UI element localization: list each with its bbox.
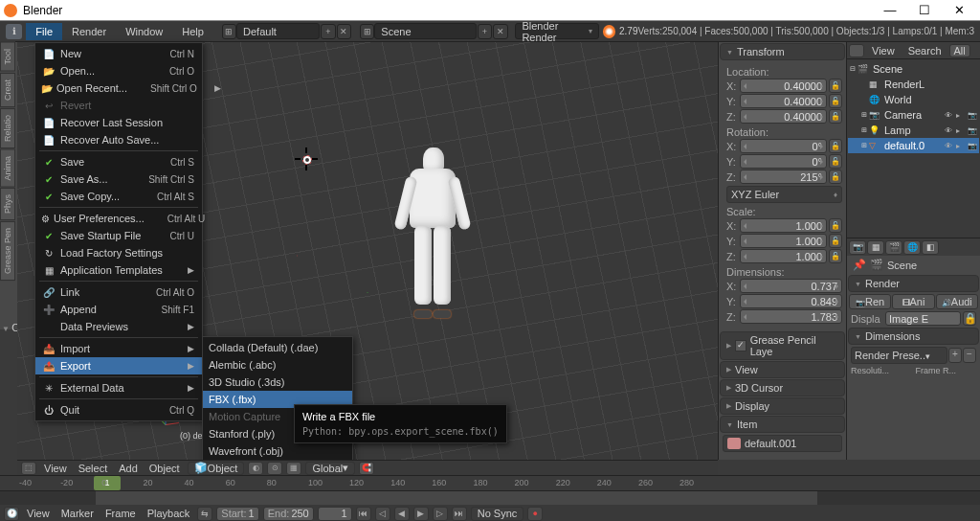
value-field[interactable]: 0.737 (740, 279, 842, 293)
timeline-track[interactable] (0, 491, 980, 505)
file-menu-item[interactable]: 🔗LinkCtrl Alt O (35, 283, 202, 301)
rotation-mode-select[interactable]: XYZ Euler♦ (726, 186, 842, 203)
item-name-field[interactable]: default.001 (723, 435, 842, 452)
tl-menu-view[interactable]: View (23, 508, 54, 519)
menu-file[interactable]: File (26, 23, 62, 40)
file-menu-item[interactable]: ↻Load Factory Settings (35, 244, 202, 261)
value-field[interactable]: 0.40000 (740, 94, 827, 108)
preset-add-icon[interactable]: + (948, 348, 962, 363)
restrict-icon[interactable]: ▸ (956, 126, 968, 135)
render-preset-select[interactable]: Render Prese..▾ (851, 347, 947, 364)
layout-del-icon[interactable]: ✕ (337, 24, 351, 39)
pin-icon[interactable]: 📌 (853, 259, 866, 271)
restrict-icon[interactable]: ▸ (956, 111, 968, 120)
toolshelf-tab[interactable]: Relatio (0, 108, 15, 148)
layers-icon[interactable]: ▦ (286, 462, 301, 475)
export-menu-item[interactable]: Collada (Default) (.dae) (203, 339, 352, 356)
value-field[interactable]: 1.000 (740, 249, 827, 263)
3d-cursor-panel-header[interactable]: 3D Cursor (720, 379, 845, 396)
outliner-editor-icon[interactable] (849, 44, 864, 57)
tl-menu-playback[interactable]: Playback (144, 508, 194, 519)
restrict-icon[interactable]: 👁 (945, 111, 956, 120)
dimensions-panel-header[interactable]: Dimensions (848, 328, 979, 345)
toolshelf-tab[interactable]: Grease Pen (0, 221, 15, 281)
layout-add-icon[interactable]: + (321, 24, 335, 39)
lock-icon[interactable]: 🔓 (829, 234, 842, 248)
snap-icon[interactable]: 🧲 (359, 462, 374, 475)
mesh-character[interactable] (400, 146, 465, 318)
restrict-icon[interactable]: 👁 (945, 142, 956, 150)
value-field[interactable]: 0.40000 (740, 109, 827, 124)
lock-icon[interactable]: 🔓 (829, 94, 842, 108)
menu-help[interactable]: Help (172, 23, 213, 40)
vp-menu-add[interactable]: Add (115, 463, 142, 474)
value-field[interactable]: 1.000 (740, 234, 827, 248)
toolshelf-tab[interactable]: Tool (0, 42, 15, 72)
autokey-icon[interactable]: ● (527, 507, 543, 521)
display-mode-select[interactable]: Image E (885, 311, 961, 326)
restrict-icon[interactable]: 📷 (968, 126, 979, 135)
tl-menu-marker[interactable]: Marker (57, 508, 98, 519)
restrict-icon[interactable]: ▸ (956, 142, 968, 150)
scene-field[interactable]: Scene (374, 23, 476, 39)
lock-icon[interactable]: 🔓 (829, 170, 842, 184)
lock-icon[interactable]: 🔓 (829, 249, 842, 263)
file-menu-item[interactable]: ✔Save Copy...Ctrl Alt S (35, 188, 202, 205)
minimize-button[interactable]: — (873, 1, 907, 20)
menu-render[interactable]: Render (62, 23, 116, 40)
file-menu-item[interactable]: 📥Import▶ (35, 340, 202, 357)
outliner-node[interactable]: 🌐World (848, 92, 979, 107)
file-menu-item[interactable]: ✔Save As...Shift Ctrl S (35, 170, 202, 188)
vp-menu-view[interactable]: View (40, 463, 71, 474)
export-menu-item[interactable]: Wavefront (.obj) (203, 442, 352, 460)
toolshelf-tab[interactable]: Creat (0, 73, 15, 107)
animation-button[interactable]: 🎞Ani (892, 294, 934, 309)
export-menu-item[interactable]: 3D Studio (.3ds) (203, 374, 352, 391)
mode-select[interactable]: 🧊 Object (188, 462, 245, 475)
item-panel-header[interactable]: Item (720, 416, 845, 433)
sync-mode-select[interactable]: No Sync (471, 507, 524, 521)
render-button[interactable]: 📷Ren (849, 294, 891, 309)
value-field[interactable]: 0.849 (740, 294, 842, 308)
jump-start-icon[interactable]: ⏮ (356, 507, 371, 521)
tab-render-icon[interactable]: 📷 (849, 240, 866, 255)
menu-window[interactable]: Window (116, 23, 172, 40)
range-icon[interactable]: ⇆ (197, 507, 212, 521)
file-menu-item[interactable]: ⚙User Preferences...Ctrl Alt U (35, 210, 202, 227)
editor-type-icon[interactable]: ℹ (6, 24, 22, 39)
file-menu-item[interactable]: 📄NewCtrl N (35, 45, 202, 62)
view-panel-header[interactable]: View (720, 361, 845, 378)
outliner-node[interactable]: ⊞💡Lamp👁▸📷 (848, 123, 979, 138)
orientation-select[interactable]: Global ▾ (305, 462, 355, 475)
current-frame-indicator[interactable]: 1 (94, 476, 121, 490)
lock-icon[interactable]: 🔓 (829, 139, 842, 153)
value-field[interactable]: 0° (740, 154, 827, 169)
view3d-editor-icon[interactable]: ⬚ (21, 462, 36, 475)
timeline-ruler[interactable]: 1 -40-2002040608010012014016018020022024… (0, 476, 980, 491)
grease-pencil-checkbox[interactable] (735, 340, 746, 351)
value-field[interactable]: 1.000 (740, 218, 827, 233)
file-menu-item[interactable]: 📂Open...Ctrl O (35, 62, 202, 79)
keyframe-next-icon[interactable]: ▷ (433, 507, 448, 521)
file-menu-item[interactable]: 📄Recover Last Session (35, 114, 202, 131)
play-reverse-icon[interactable]: ◀ (394, 507, 410, 521)
file-menu-item[interactable]: ⏻QuitCtrl Q (35, 401, 202, 419)
preset-remove-icon[interactable]: − (963, 348, 976, 363)
keyframe-prev-icon[interactable]: ◁ (375, 507, 390, 521)
maximize-button[interactable]: ☐ (907, 1, 942, 20)
tab-world-icon[interactable]: 🌐 (903, 240, 921, 255)
end-frame-field[interactable]: End:250 (263, 507, 314, 521)
layout-browse-icon[interactable]: ⊞ (222, 24, 236, 39)
restrict-icon[interactable]: 📷 (968, 111, 979, 120)
outliner-node[interactable]: ⊞📷Camera👁▸📷 (848, 107, 979, 123)
file-menu-item[interactable]: ✔Save Startup FileCtrl U (35, 227, 202, 244)
file-menu-item[interactable]: ➕AppendShift F1 (35, 301, 202, 318)
lock-icon[interactable]: 🔒 (963, 311, 976, 326)
tab-object-icon[interactable]: ◧ (922, 240, 939, 255)
restrict-icon[interactable]: 📷 (968, 142, 979, 150)
vp-menu-object[interactable]: Object (145, 463, 184, 474)
file-menu-item[interactable]: ▦Application Templates▶ (35, 261, 202, 279)
current-frame-field[interactable]: 1 (318, 507, 352, 521)
render-panel-header[interactable]: Render (848, 275, 979, 292)
value-field[interactable]: 0.40000 (740, 79, 827, 93)
